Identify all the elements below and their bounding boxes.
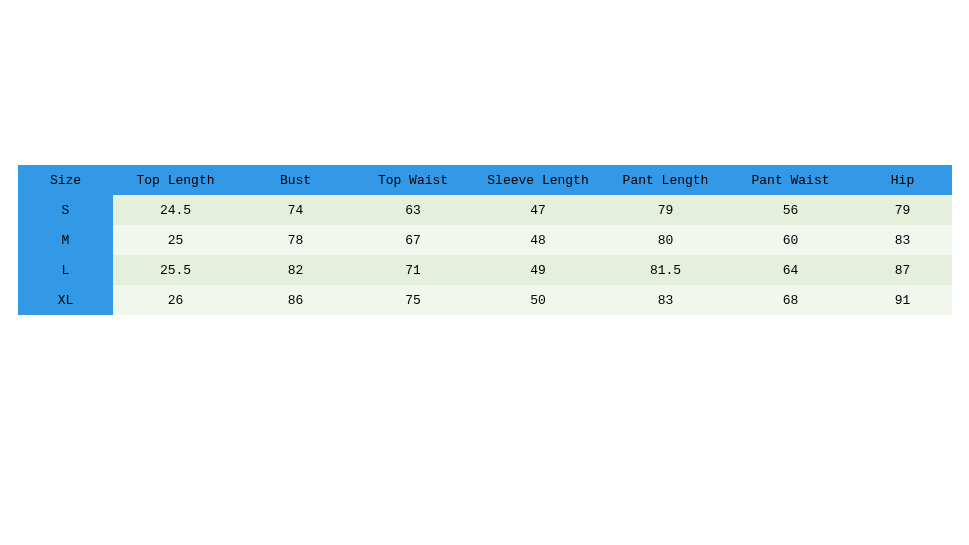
size-chart-table-container: Size Top Length Bust Top Waist Sleeve Le… (18, 165, 952, 315)
cell-bust: 86 (238, 285, 353, 315)
table-header-row: Size Top Length Bust Top Waist Sleeve Le… (18, 165, 952, 195)
cell-pant-waist: 68 (728, 285, 853, 315)
cell-top-waist: 71 (353, 255, 473, 285)
table-row: M 25 78 67 48 80 60 83 (18, 225, 952, 255)
cell-pant-waist: 60 (728, 225, 853, 255)
table-row: S 24.5 74 63 47 79 56 79 (18, 195, 952, 225)
cell-top-length: 24.5 (113, 195, 238, 225)
cell-sleeve-length: 49 (473, 255, 603, 285)
cell-top-waist: 75 (353, 285, 473, 315)
cell-pant-waist: 64 (728, 255, 853, 285)
cell-pant-length: 79 (603, 195, 728, 225)
cell-sleeve-length: 47 (473, 195, 603, 225)
cell-bust: 78 (238, 225, 353, 255)
col-header-bust: Bust (238, 165, 353, 195)
col-header-top-waist: Top Waist (353, 165, 473, 195)
col-header-hip: Hip (853, 165, 952, 195)
cell-top-length: 25 (113, 225, 238, 255)
cell-hip: 91 (853, 285, 952, 315)
col-header-top-length: Top Length (113, 165, 238, 195)
cell-size: S (18, 195, 113, 225)
size-chart-table: Size Top Length Bust Top Waist Sleeve Le… (18, 165, 952, 315)
cell-pant-length: 81.5 (603, 255, 728, 285)
cell-pant-length: 83 (603, 285, 728, 315)
cell-hip: 83 (853, 225, 952, 255)
col-header-pant-waist: Pant Waist (728, 165, 853, 195)
cell-size: XL (18, 285, 113, 315)
col-header-sleeve-length: Sleeve Length (473, 165, 603, 195)
cell-bust: 82 (238, 255, 353, 285)
cell-top-length: 25.5 (113, 255, 238, 285)
table-row: XL 26 86 75 50 83 68 91 (18, 285, 952, 315)
cell-hip: 87 (853, 255, 952, 285)
cell-sleeve-length: 50 (473, 285, 603, 315)
col-header-pant-length: Pant Length (603, 165, 728, 195)
cell-size: M (18, 225, 113, 255)
cell-top-waist: 67 (353, 225, 473, 255)
cell-pant-waist: 56 (728, 195, 853, 225)
cell-sleeve-length: 48 (473, 225, 603, 255)
cell-pant-length: 80 (603, 225, 728, 255)
cell-top-length: 26 (113, 285, 238, 315)
cell-bust: 74 (238, 195, 353, 225)
cell-top-waist: 63 (353, 195, 473, 225)
table-row: L 25.5 82 71 49 81.5 64 87 (18, 255, 952, 285)
cell-size: L (18, 255, 113, 285)
cell-hip: 79 (853, 195, 952, 225)
col-header-size: Size (18, 165, 113, 195)
